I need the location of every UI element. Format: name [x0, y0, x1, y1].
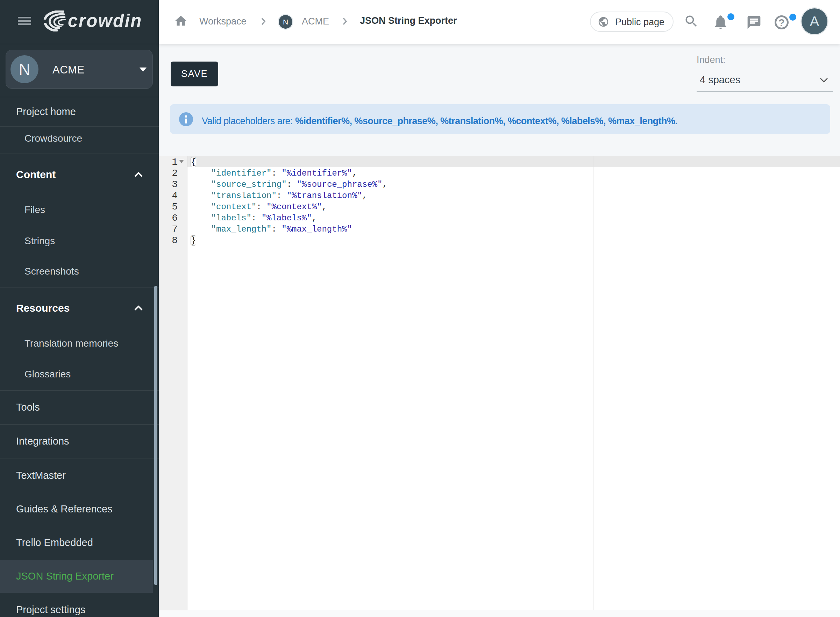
svg-text:crowdin: crowdin — [68, 11, 142, 31]
svg-text:?: ? — [778, 17, 785, 28]
